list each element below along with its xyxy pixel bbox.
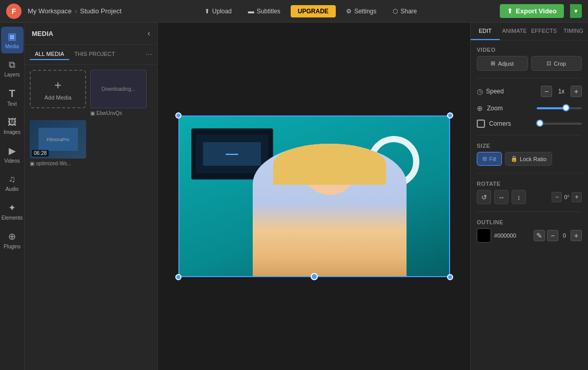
share-icon: ⬡: [393, 8, 398, 15]
sidebar-item-elements[interactable]: ✦ Elements: [1, 198, 24, 225]
lock-ratio-button[interactable]: 🔒 Lock Ratio: [505, 152, 552, 166]
crop-button[interactable]: ⊡ Crop: [531, 56, 582, 71]
add-media-label: Add Media: [45, 94, 72, 101]
handle-bottom-right[interactable]: [447, 274, 453, 280]
rotate-deg-increase-button[interactable]: +: [572, 192, 582, 202]
outline-color-swatch[interactable]: [477, 228, 491, 243]
settings-button[interactable]: ⚙ Settings: [340, 5, 382, 17]
zoom-icon: ⊕: [477, 104, 483, 112]
topbar-actions: ⬆ Upload ▬ Subtitles UPGRADE ⚙ Settings …: [128, 5, 494, 17]
breadcrumb: My Workspace › Studio Project: [28, 7, 121, 15]
adjust-button[interactable]: ⊞ Adjust: [477, 56, 528, 71]
tab-timing[interactable]: TIMING: [559, 23, 588, 40]
media-thumb[interactable]: FilmoraPro 06:28: [30, 120, 86, 159]
speed-icon: ◷: [477, 87, 483, 95]
divider: [477, 135, 582, 135]
media-item-name: ▣ EbwUnvQs: [90, 110, 147, 116]
upgrade-button[interactable]: UPGRADE: [291, 5, 336, 17]
videos-icon: ▶: [9, 145, 16, 157]
flip-h-button[interactable]: ↔: [494, 190, 509, 204]
media-content: + Add Media Downloading... ▣ EbwUnvQs: [25, 65, 157, 370]
corners-slider[interactable]: [538, 123, 582, 125]
divider: [477, 173, 582, 173]
export-button[interactable]: ⬆ Export Video: [500, 4, 564, 18]
sidebar-item-layers[interactable]: ⧉ Layers: [1, 55, 24, 82]
rotate-deg-decrease-button[interactable]: −: [552, 192, 562, 202]
topbar: F My Workspace › Studio Project ⬆ Upload…: [0, 0, 588, 23]
sidebar-item-audio[interactable]: ♫ Audio: [1, 170, 24, 196]
divider: [477, 211, 582, 212]
rotate-degree-value: 0°: [564, 194, 570, 200]
handle-bottom-center[interactable]: [311, 273, 318, 280]
sidebar-item-videos[interactable]: ▶ Videos: [1, 141, 24, 168]
media-thumb[interactable]: Downloading...: [90, 70, 147, 108]
tab-animate[interactable]: ANIMATE: [500, 23, 529, 40]
downloading-label: Downloading...: [102, 86, 135, 92]
rotate-section-label: ROTATE: [477, 181, 582, 187]
add-media-button[interactable]: + Add Media: [30, 70, 86, 108]
sidebar-item-plugins[interactable]: ⊕ Plugins: [1, 227, 24, 254]
rotate-row: ↺ ↔ ↕ − 0° +: [477, 190, 582, 204]
share-button[interactable]: ⬡ Share: [387, 5, 423, 17]
speed-decrease-button[interactable]: −: [541, 86, 552, 97]
layers-icon: ⧉: [9, 60, 15, 70]
subtitles-icon: ▬: [248, 8, 254, 15]
outline-eyedropper-button[interactable]: ✎: [534, 230, 545, 241]
media-row: + Add Media Downloading... ▣ EbwUnvQs: [30, 70, 152, 116]
tab-effects[interactable]: EFFECTS: [529, 23, 559, 40]
outline-section: OUTLINE #000000 ✎ − 0 +: [477, 219, 582, 243]
corners-row: Corners: [477, 120, 582, 128]
outline-increase-button[interactable]: +: [571, 230, 582, 241]
flip-v-button[interactable]: ↕: [512, 190, 526, 204]
gear-icon: ⚙: [346, 8, 352, 15]
workspace-name[interactable]: My Workspace: [28, 7, 72, 15]
sidebar-item-text[interactable]: T Text: [1, 84, 24, 111]
media-panel: MEDIA ‹ ALL MEDIA THIS PROJECT ··· + Add…: [25, 23, 158, 370]
handle-top-right[interactable]: [447, 112, 453, 119]
rotate-ccw-button[interactable]: ↺: [477, 190, 491, 204]
media-panel-header: MEDIA ‹: [25, 23, 157, 45]
zoom-label: Zoom: [487, 105, 533, 112]
zoom-slider-thumb[interactable]: [562, 104, 570, 111]
project-name[interactable]: Studio Project: [80, 7, 121, 15]
elements-icon: ✦: [8, 202, 16, 213]
size-section: SIZE ⊞ Fill 🔒 Lock Ratio: [477, 143, 582, 166]
speed-row: ◷ Speed − 1x +: [477, 86, 582, 97]
images-icon: 🖼: [8, 117, 17, 128]
tab-edit[interactable]: EDIT: [471, 23, 500, 40]
media-icon: ▣: [8, 31, 16, 42]
media-tab-project[interactable]: THIS PROJECT: [69, 49, 120, 60]
handle-top-left[interactable]: [175, 112, 181, 119]
export-icon: ⬆: [507, 7, 513, 15]
zoom-slider[interactable]: [537, 107, 582, 109]
outline-section-label: OUTLINE: [477, 219, 582, 225]
sidebar-item-media[interactable]: ▣ Media: [1, 27, 24, 53]
adjust-icon: ⊞: [491, 60, 495, 67]
media-tab-all[interactable]: ALL MEDIA: [30, 49, 69, 60]
fill-icon: ⊞: [482, 155, 487, 162]
media-panel-title: MEDIA: [32, 30, 53, 37]
outline-decrease-button[interactable]: −: [547, 230, 558, 241]
upload-icon: ⬆: [205, 8, 210, 15]
canvas-wrapper[interactable]: ▬▬▬: [178, 115, 450, 277]
subtitles-button[interactable]: ▬ Subtitles: [242, 5, 287, 17]
corners-slider-thumb[interactable]: [536, 120, 543, 127]
handle-bottom-left[interactable]: [175, 274, 181, 280]
fill-button[interactable]: ⊞ Fill: [477, 152, 502, 166]
file-icon: ▣: [90, 110, 95, 116]
sidebar-item-images[interactable]: 🖼 Images: [1, 113, 24, 139]
media-tabs: ALL MEDIA THIS PROJECT ···: [25, 45, 157, 65]
sidebar: ▣ Media ⧉ Layers T Text 🖼 Images ▶ Video…: [0, 23, 25, 370]
media-tab-more-button[interactable]: ···: [146, 50, 152, 59]
text-icon: T: [9, 88, 15, 100]
media-panel-close-button[interactable]: ‹: [148, 29, 150, 38]
speed-increase-button[interactable]: +: [571, 86, 582, 97]
right-panel-content: VIDEO ⊞ Adjust ⊡ Crop ◷ Speed: [471, 41, 588, 249]
main-area: ▣ Media ⧉ Layers T Text 🖼 Images ▶ Video…: [0, 23, 588, 370]
export-dropdown-button[interactable]: ▾: [570, 4, 582, 18]
plugins-icon: ⊕: [8, 231, 16, 242]
add-plus-icon: +: [54, 78, 62, 92]
audio-icon: ♫: [9, 174, 16, 185]
corners-icon: [477, 120, 485, 128]
upload-button[interactable]: ⬆ Upload: [198, 5, 238, 17]
